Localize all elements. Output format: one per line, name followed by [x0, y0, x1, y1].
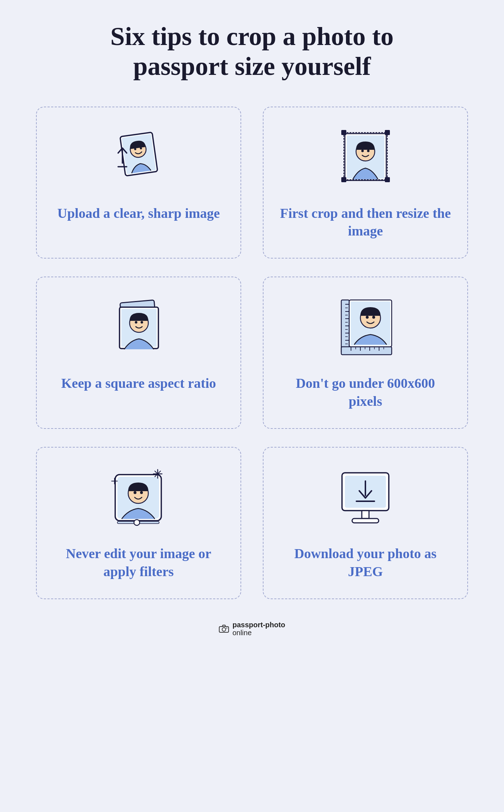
tips-grid: Upload a clear, sharp image: [36, 107, 468, 599]
tip-label-6: Download your photo as JPEG: [278, 545, 453, 580]
brand-name: passport-photo: [233, 621, 285, 629]
svg-rect-40: [341, 347, 392, 355]
svg-point-58: [140, 491, 143, 494]
svg-point-52: [366, 316, 369, 319]
tip-label-4: Don't go under 600x600 pixels: [278, 374, 453, 410]
no-filter-icon: [103, 462, 175, 534]
square-aspect-icon: [103, 292, 175, 364]
tip-card-3: Keep a square aspect ratio: [36, 277, 241, 429]
tip-card-2: First crop and then resize the image: [263, 107, 468, 259]
tip-card-1: Upload a clear, sharp image: [36, 107, 241, 259]
svg-point-25: [141, 321, 143, 324]
svg-point-57: [134, 491, 136, 494]
svg-point-24: [135, 321, 138, 324]
svg-point-53: [372, 316, 375, 319]
page-title: Six tips to crop a photo to passport siz…: [90, 22, 414, 81]
svg-point-10: [361, 149, 364, 152]
tip-label-2: First crop and then resize the image: [278, 205, 453, 240]
tip-label-5: Never edit your image or apply filters: [51, 545, 226, 580]
svg-point-11: [367, 149, 370, 152]
tip-label-1: Upload a clear, sharp image: [57, 205, 220, 222]
tip-card-6: Download your photo as JPEG: [263, 447, 468, 599]
brand-logo: passport-photo online: [219, 621, 285, 637]
crop-resize-icon: [329, 122, 401, 194]
brand-sub: online: [233, 629, 252, 637]
svg-rect-72: [352, 519, 379, 523]
tip-card-4: Don't go under 600x600 pixels: [263, 277, 468, 429]
tip-card-5: Never edit your image or apply filters: [36, 447, 241, 599]
svg-point-75: [226, 627, 227, 628]
download-jpeg-icon: [329, 462, 401, 534]
footer: passport-photo online: [219, 621, 285, 637]
tip-label-3: Keep a square aspect ratio: [61, 374, 216, 392]
pixels-icon: [329, 292, 401, 364]
svg-rect-71: [362, 511, 369, 519]
svg-point-74: [222, 628, 226, 631]
svg-point-66: [134, 520, 140, 525]
upload-photo-icon: [103, 122, 175, 194]
